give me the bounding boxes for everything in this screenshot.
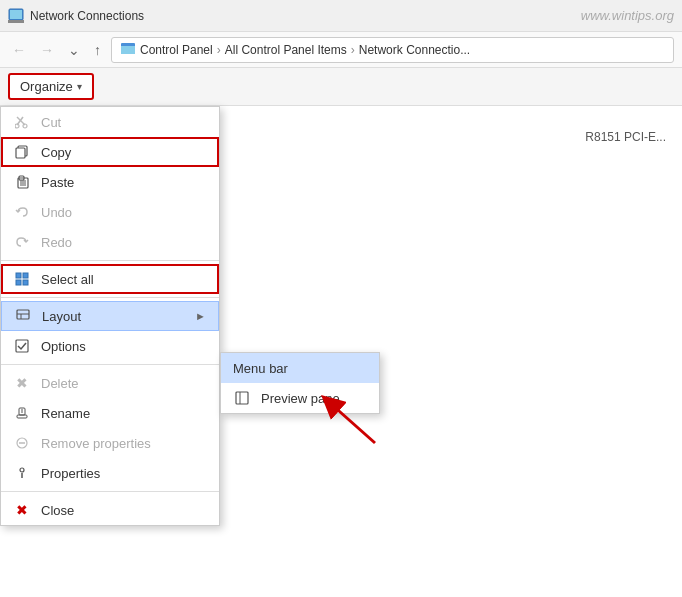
up-button[interactable]: ↑ (90, 40, 105, 60)
layout-icon (14, 307, 32, 325)
organize-dropdown: Cut Copy Paste (0, 106, 220, 526)
layout-submenu-arrow: ► (195, 310, 206, 322)
properties-label: Properties (41, 466, 207, 481)
menu-item-rename[interactable]: Rename (1, 398, 219, 428)
window-title: Network Connections (30, 9, 581, 23)
layout-label: Layout (42, 309, 185, 324)
menubar-label: Menu bar (233, 361, 367, 376)
copy-icon (13, 143, 31, 161)
redo-label: Redo (41, 235, 207, 250)
window-icon (8, 8, 24, 24)
rename-icon (13, 404, 31, 422)
path-segment-2: All Control Panel Items (225, 43, 347, 57)
paste-label: Paste (41, 175, 207, 190)
watermark: www.wintips.org (581, 8, 674, 23)
delete-icon: ✖ (13, 374, 31, 392)
previewpane-label: Preview pane (261, 391, 367, 406)
selectall-label: Select all (41, 272, 207, 287)
main-area: R8151 PCI-E... Cut Co (0, 106, 682, 597)
svg-rect-19 (23, 280, 28, 285)
path-segment-3: Network Connectio... (359, 43, 470, 57)
divider-3 (1, 364, 219, 365)
menu-item-layout[interactable]: Layout ► (1, 301, 219, 331)
undo-icon (13, 203, 31, 221)
menu-item-paste[interactable]: Paste (1, 167, 219, 197)
options-icon (13, 337, 31, 355)
selectall-icon (13, 270, 31, 288)
forward-button[interactable]: → (36, 40, 58, 60)
adapter-text: R8151 PCI-E... (585, 130, 666, 144)
menu-item-delete[interactable]: ✖ Delete (1, 368, 219, 398)
svg-rect-1 (10, 10, 22, 19)
svg-rect-10 (16, 148, 25, 158)
svg-rect-23 (16, 340, 28, 352)
title-bar: Network Connections www.wintips.org (0, 0, 682, 32)
address-bar: ← → ⌄ ↑ Control Panel › All Control Pane… (0, 32, 682, 68)
svg-point-30 (20, 468, 24, 472)
cut-label: Cut (41, 115, 207, 130)
menu-item-close[interactable]: ✖ Close (1, 495, 219, 525)
removeprops-label: Remove properties (41, 436, 207, 451)
submenu-item-menubar[interactable]: Menu bar (221, 353, 379, 383)
back-button[interactable]: ← (8, 40, 30, 60)
redo-icon (13, 233, 31, 251)
options-label: Options (41, 339, 207, 354)
menu-item-options[interactable]: Options (1, 331, 219, 361)
organize-dropdown-arrow: ▾ (77, 81, 82, 92)
organize-button[interactable]: Organize ▾ (8, 73, 94, 100)
address-path[interactable]: Control Panel › All Control Panel Items … (111, 37, 674, 63)
menu-item-selectall[interactable]: Select all (1, 264, 219, 294)
undo-label: Undo (41, 205, 207, 220)
close-label: Close (41, 503, 207, 518)
layout-submenu: Menu bar Preview pane (220, 352, 380, 414)
path-icon (120, 40, 136, 59)
toolbar: Organize ▾ (0, 68, 682, 106)
close-icon: ✖ (13, 501, 31, 519)
paste-icon (13, 173, 31, 191)
svg-rect-17 (23, 273, 28, 278)
divider-2 (1, 297, 219, 298)
rename-label: Rename (41, 406, 207, 421)
menu-item-redo[interactable]: Redo (1, 227, 219, 257)
svg-rect-18 (16, 280, 21, 285)
svg-point-8 (23, 124, 27, 128)
previewpane-icon (233, 389, 251, 407)
dropdown-button[interactable]: ⌄ (64, 40, 84, 60)
menu-item-removeprops[interactable]: Remove properties (1, 428, 219, 458)
copy-label: Copy (41, 145, 207, 160)
cut-icon (13, 113, 31, 131)
organize-label: Organize (20, 79, 73, 94)
delete-label: Delete (41, 376, 207, 391)
properties-icon (13, 464, 31, 482)
svg-rect-32 (236, 392, 248, 404)
svg-rect-2 (8, 20, 24, 23)
svg-point-7 (15, 124, 19, 128)
menu-item-properties[interactable]: Properties (1, 458, 219, 488)
menu-item-cut[interactable]: Cut (1, 107, 219, 137)
submenu-item-previewpane[interactable]: Preview pane (221, 383, 379, 413)
svg-rect-16 (16, 273, 21, 278)
menu-item-undo[interactable]: Undo (1, 197, 219, 227)
divider-4 (1, 491, 219, 492)
path-segment-1: Control Panel (140, 43, 213, 57)
divider-1 (1, 260, 219, 261)
removeprops-icon (13, 434, 31, 452)
menu-item-copy[interactable]: Copy (1, 137, 219, 167)
svg-rect-4 (121, 46, 135, 54)
